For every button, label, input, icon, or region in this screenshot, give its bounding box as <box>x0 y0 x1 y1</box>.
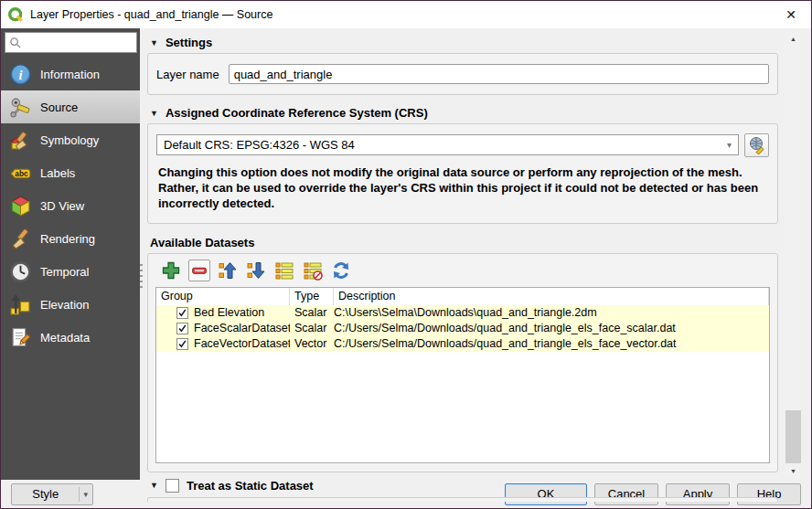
add-dataset-button[interactable] <box>160 260 182 281</box>
close-button[interactable]: ✕ <box>771 1 811 28</box>
crs-selected-value: Default CRS: EPSG:4326 - WGS 84 <box>164 138 727 152</box>
settings-heading: Settings <box>166 36 212 49</box>
sidebar-item-label: Information <box>40 68 100 81</box>
column-header-group[interactable]: Group <box>156 288 290 305</box>
dataset-group-name: Bed Elevation <box>194 306 264 319</box>
qgis-logo-icon <box>8 7 24 23</box>
scroll-down-icon[interactable]: ▼ <box>785 463 801 478</box>
collapse-all-button[interactable] <box>217 260 239 281</box>
crs-heading: Assigned Coordinate Reference System (CR… <box>166 106 428 120</box>
remove-icon <box>190 261 208 280</box>
table-empty-area <box>156 352 769 462</box>
collapse-arrow-icon: ▼ <box>150 481 158 490</box>
refresh-icon <box>331 260 351 281</box>
deselect-all-icon <box>303 260 323 281</box>
window-title: Layer Properties - quad_and_triangle — S… <box>30 8 764 21</box>
dataset-description: C:/Users/Selma/Downloads/quad_and_triang… <box>334 336 769 352</box>
crs-section-header[interactable]: ▼ Assigned Coordinate Reference System (… <box>147 101 778 123</box>
splitter-handle[interactable] <box>140 264 143 288</box>
checkbox-checked[interactable] <box>176 307 188 319</box>
layer-name-input[interactable] <box>229 64 769 84</box>
crs-note: Changing this option does not modify the… <box>156 165 769 212</box>
sidebar-item-labels[interactable]: abc Labels <box>1 156 140 189</box>
style-button[interactable]: Style ▾ <box>11 483 93 505</box>
crs-combobox[interactable]: Default CRS: EPSG:4326 - WGS 84 ▾ <box>156 134 739 155</box>
static-dataset-label: Treat as Static Dataset <box>187 479 314 493</box>
dataset-type: Vector <box>290 336 334 352</box>
search-icon <box>9 37 21 48</box>
checkbox-checked[interactable] <box>176 323 188 334</box>
static-dataset-section-header[interactable]: ▼ Treat as Static Dataset <box>147 472 778 497</box>
static-dataset-checkbox[interactable] <box>166 479 179 493</box>
search-input[interactable] <box>25 37 133 49</box>
sidebar-item-3d-view[interactable]: 3D View <box>1 189 140 222</box>
deselect-all-button[interactable] <box>302 260 324 281</box>
sidebar-item-source[interactable]: Source <box>1 90 140 123</box>
expand-all-icon <box>246 260 266 281</box>
scrollbar-thumb[interactable] <box>785 410 801 463</box>
dataset-description: C:/Users/Selma/Downloads/quad_and_triang… <box>334 321 769 336</box>
dataset-group-name: FaceScalarDataset <box>194 322 290 334</box>
sidebar-item-information[interactable]: i Information <box>1 58 140 90</box>
style-button-divider <box>79 487 80 502</box>
sidebar-item-label: Elevation <box>40 298 89 312</box>
select-all-button[interactable] <box>273 260 295 281</box>
elevation-icon <box>9 293 32 316</box>
sidebar-item-label: Metadata <box>40 331 90 345</box>
static-dataset-collapsed-frame <box>147 497 778 502</box>
collapse-arrow-icon: ▼ <box>150 109 158 118</box>
checkbox-checked[interactable] <box>176 338 188 350</box>
sidebar-item-symbology[interactable]: Symbology <box>1 123 140 156</box>
sidebar-item-metadata[interactable]: Metadata <box>1 321 140 354</box>
remove-dataset-button[interactable] <box>188 260 210 281</box>
labels-icon: abc <box>9 162 32 185</box>
sidebar-item-label: Source <box>40 101 78 114</box>
layer-name-label: Layer name <box>156 68 219 81</box>
collapse-all-icon <box>218 260 238 281</box>
sidebar-item-temporal[interactable]: Temporal <box>1 255 140 288</box>
settings-section-header[interactable]: ▼ Settings <box>147 31 778 53</box>
datasets-table-header[interactable]: Group Type Description <box>156 288 769 305</box>
sidebar-item-label: Temporal <box>40 265 89 279</box>
svg-text:i: i <box>18 67 22 81</box>
datasets-toolbar <box>155 257 770 285</box>
column-header-type[interactable]: Type <box>290 288 334 305</box>
metadata-icon <box>9 326 32 349</box>
cube-3d-icon <box>9 195 32 217</box>
collapse-arrow-icon: ▼ <box>150 38 158 48</box>
dataset-row-bed-elevation[interactable]: Bed Elevation Scalar C:\Users\Selma\Down… <box>156 305 769 321</box>
source-panel: ▼ Settings Layer name ▼ Assigned Coordin… <box>140 28 811 480</box>
datasets-table[interactable]: Group Type Description Bed Elevation Sca… <box>155 287 770 463</box>
titlebar: Layer Properties - quad_and_triangle — S… <box>1 1 811 28</box>
dataset-row-face-vector[interactable]: FaceVectorDataset Vector C:/Users/Selma/… <box>156 336 769 352</box>
expand-all-button[interactable] <box>245 260 267 281</box>
symbology-icon <box>9 129 32 152</box>
dataset-row-face-scalar[interactable]: FaceScalarDataset Scalar C:/Users/Selma/… <box>156 321 769 336</box>
select-crs-button[interactable] <box>744 133 769 157</box>
add-icon <box>161 260 181 281</box>
column-header-description[interactable]: Description <box>334 288 769 305</box>
scroll-up-icon[interactable]: ▲ <box>785 31 801 46</box>
dataset-type: Scalar <box>290 305 334 321</box>
sidebar-item-label: Symbology <box>40 133 99 147</box>
vertical-scrollbar[interactable]: ▲ ▼ <box>785 31 801 478</box>
sidebar-item-rendering[interactable]: Rendering <box>1 222 140 255</box>
dataset-type: Scalar <box>290 321 334 336</box>
chevron-down-icon: ▾ <box>727 140 732 150</box>
paintbrush-icon <box>9 228 32 250</box>
svg-text:abc: abc <box>15 169 28 178</box>
crs-groupbox: Default CRS: EPSG:4326 - WGS 84 ▾ Changi… <box>147 123 778 224</box>
sidebar-item-label: 3D View <box>40 199 84 213</box>
information-icon: i <box>9 63 32 86</box>
available-datasets-heading: Available Datasets <box>147 232 778 253</box>
datasets-groupbox: Group Type Description Bed Elevation Sca… <box>147 253 778 472</box>
sidebar-item-elevation[interactable]: Elevation <box>1 288 140 321</box>
sidebar-search[interactable] <box>5 32 137 53</box>
settings-groupbox: Layer name <box>147 53 778 95</box>
dataset-group-name: FaceVectorDataset <box>194 337 290 350</box>
globe-edit-icon <box>748 136 766 154</box>
reload-button[interactable] <box>330 260 352 281</box>
layer-properties-dialog: Layer Properties - quad_and_triangle — S… <box>0 0 812 509</box>
dataset-description: C:\Users\Selma\Downloads\quad_and_triang… <box>334 305 769 321</box>
dialog-body: i Information Source <box>1 28 811 480</box>
